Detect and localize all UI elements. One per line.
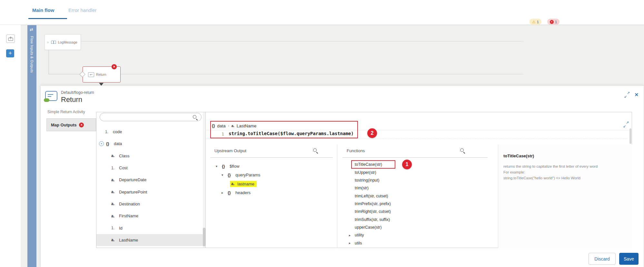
tree-scrollbar-thumb[interactable] [203,228,205,246]
docs-description: returns the string to capitalize the fir… [503,163,626,169]
function-trimleft[interactable]: trimLeft(str, cutset) [337,192,498,200]
function-label: trimSuffix(str, suffix) [355,217,390,222]
output-field-data[interactable]: ▾ {} data [96,138,203,150]
annotation-box-function [351,160,395,169]
connector-line [81,41,523,42]
editor-scrollbar-thumb[interactable] [629,128,631,144]
function-label: utility [355,233,364,237]
log-icon [51,40,56,44]
function-trimright[interactable]: trimRight(str, cutset) [337,208,498,215]
upstream-item-queryparams[interactable]: ▾ {} queryParams [206,171,335,179]
docs-title: toTitleCase(str) [503,153,626,158]
output-field-id[interactable]: 1. Id [96,222,203,234]
warning-count-badge[interactable]: ⚠ 1 [530,19,541,25]
output-field-firstname[interactable]: a. FirstName [96,210,203,222]
error-icon: ✕ [550,20,554,24]
function-label: trimRight(str, cutset) [355,209,391,214]
function-trimsuffix[interactable]: trimSuffix(str, suffix) [337,215,498,223]
top-bar: Main flow Error handler ⚠ 1 ✕ 1 [0,0,644,25]
return-icon: ↩ [88,72,94,77]
upstream-label: queryParams [235,173,260,177]
functions-search-icon[interactable] [460,148,465,153]
left-rail: + [0,25,21,267]
output-field-code[interactable]: 1. code [96,126,203,138]
activity-title: Return [61,95,82,104]
error-count-badge[interactable]: ✕ 1 [547,19,560,25]
map-outputs-tab[interactable]: Map Outputs ✕ [46,118,96,131]
collapse-icon[interactable]: ▾ [99,141,104,146]
discard-button[interactable]: Discard [589,253,616,265]
upstream-item-headers[interactable]: ▸ {} headers [206,188,335,197]
add-button[interactable]: + [6,49,14,57]
chevron-down-icon[interactable]: ▾ [216,164,220,168]
output-tree: 1. code ▾ {} data a. Class 1. Cost [96,126,203,246]
upstream-search-icon[interactable] [313,148,318,153]
function-trimprefix[interactable]: trimPrefix(str, prefix) [337,200,498,208]
function-label: trimPrefix(str, prefix) [355,202,391,206]
open-window-icon [8,36,13,41]
node-logmessage[interactable]: » LogMessage [45,34,81,50]
field-label: Id [119,226,123,231]
section-divider [210,157,333,158]
flow-panel-icon[interactable] [6,35,15,43]
function-label: upperCase(str) [355,225,381,230]
output-field-destination[interactable]: a. Destination [96,198,203,210]
field-label: DepartureDate [119,177,146,182]
function-uppercase[interactable]: upperCase(str) [337,223,498,231]
function-label: trimLeft(str, cutset) [355,194,388,198]
field-label: FirstName [119,213,138,218]
upstream-label: headers [235,190,251,195]
panel-close-icon[interactable]: ✕ [634,92,639,98]
output-field-class[interactable]: a. Class [96,150,203,162]
chevron-right-icon[interactable]: ▸ [349,233,353,237]
function-group-utils[interactable]: ▸ utils [337,239,498,247]
node-return[interactable]: ↩ Return ✕ [83,66,121,83]
object-type-icon: {} [228,173,233,177]
tree-scrollbar [203,112,205,248]
output-field-lastname[interactable]: a. LastName [96,234,203,246]
chevron-right-icon[interactable]: ▸ [222,191,225,194]
connector-elbow [48,50,49,74]
function-tostring[interactable]: tostring(input) [337,176,498,184]
object-type-icon: {} [228,191,233,195]
save-button[interactable]: Save [619,253,639,265]
search-icon [193,115,197,120]
node-entry-icon: » [47,40,49,44]
string-type-icon: a. [231,182,235,186]
field-label: code [113,129,122,134]
output-field-cost[interactable]: 1. Cost [96,162,203,174]
node-error-badge: ✕ [112,64,117,69]
output-field-departurepoint[interactable]: a. DeparturePoint [96,186,203,198]
panel-expand-icon[interactable] [624,92,629,97]
mapper-area: 1. code ▾ {} data a. Class 1. Cost [96,112,632,248]
chevron-down-icon[interactable]: ▾ [222,173,225,177]
chevron-right-icon[interactable]: ▸ [349,241,353,245]
output-search-input[interactable] [104,114,191,121]
tab-error-handler[interactable]: Error handler [68,7,97,13]
function-trim[interactable]: trim(str) [337,184,498,192]
upstream-tree: ▾ {} $flow ▾ {} queryParams a. lastname [206,162,335,197]
number-type-icon: 1. [111,226,117,230]
output-field-departuredate[interactable]: a. DepartureDate [96,174,203,186]
map-outputs-error-badge: ✕ [79,123,84,127]
editor-row-divider [206,139,627,139]
field-label: data [114,141,122,146]
editor-expand-icon[interactable] [623,122,629,127]
activity-subtitle: Simple Return Activity [47,110,85,114]
object-type-icon: {} [106,142,112,146]
upstream-label: $flow [230,164,239,169]
function-list: toTitleCase(str) toUpper(str) tostring(i… [337,161,498,247]
activity-panel: Default/flogo-return Return Simple Retur… [40,85,644,267]
node-label: LogMessage [58,40,77,44]
field-label: Class [119,153,130,158]
field-label: DeparturePoint [119,190,147,194]
tab-main-flow[interactable]: Main flow [32,7,54,13]
upstream-item-lastname[interactable]: a. lastname [206,180,335,188]
annotation-step-2: 2 [367,128,377,138]
flow-io-sidebar[interactable]: ⇄ Flow Inputs & Outputs [27,25,36,267]
function-toupper[interactable]: toUpper(str) [337,168,498,176]
connector-line [121,74,523,74]
function-group-utility[interactable]: ▸ utility [337,231,498,239]
number-type-icon: 1. [105,130,111,134]
upstream-item-flow[interactable]: ▾ {} $flow [206,162,335,171]
